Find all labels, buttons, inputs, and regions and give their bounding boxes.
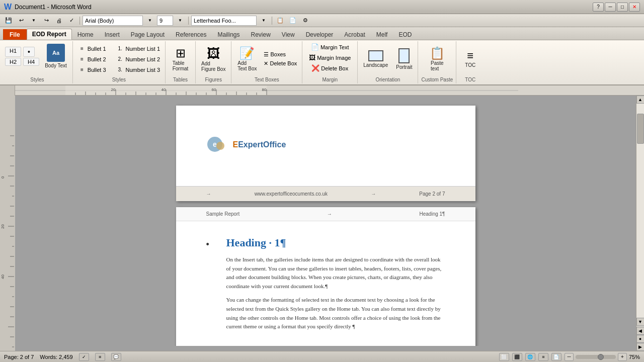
table-format-btn[interactable]: ⊞ TableFormat: [170, 46, 191, 73]
tab-mailings[interactable]: Mailings: [212, 29, 245, 40]
zoom-level: 75%: [629, 354, 640, 360]
extra-btn-2[interactable]: 📄: [287, 16, 298, 26]
paragraph-1[interactable]: On the Insert tab, the galleries include…: [226, 255, 445, 291]
ruler-corner: [0, 85, 15, 96]
page-2-content[interactable]: • Heading · 1¶ On the Insert tab, the ga…: [176, 221, 475, 346]
ruler: 20 40 60 80: [0, 85, 644, 96]
document-page-1[interactable]: e EExpertOffice → www.expertofficeoc: [176, 106, 475, 201]
tab-review[interactable]: Review: [246, 29, 276, 40]
document-scroll[interactable]: e EExpertOffice → www.expertofficeoc: [15, 101, 636, 346]
tab-references[interactable]: References: [170, 29, 212, 40]
bullet-3-btn[interactable]: ≡ Bullet 3: [76, 65, 108, 75]
close-btn[interactable]: ✕: [629, 3, 640, 12]
margin-image-btn[interactable]: 🖼 Margin Image: [307, 53, 353, 62]
zoom-out-btn[interactable]: ─: [565, 353, 574, 361]
h4-style-btn[interactable]: H4: [23, 58, 39, 66]
h1-style-btn[interactable]: H1: [5, 47, 21, 57]
footer-arrow-mid: →: [371, 191, 376, 197]
help-btn[interactable]: ?: [593, 3, 604, 12]
spelling-btn[interactable]: ✓: [66, 16, 77, 26]
boxes-btn[interactable]: ☰ Boxes: [262, 50, 299, 59]
number-list-3-btn[interactable]: 3. Number List 3: [114, 65, 162, 75]
page-2-heading: Heading · 1¶: [226, 236, 445, 249]
bullet-2-btn[interactable]: ≡ Bullet 2: [76, 54, 108, 64]
portrait-btn[interactable]: Portrait: [393, 47, 415, 71]
doc-btn[interactable]: ●: [636, 335, 645, 343]
restore-btn[interactable]: □: [617, 3, 628, 12]
scroll-thumb[interactable]: [637, 114, 644, 144]
tab-view[interactable]: View: [276, 29, 300, 40]
h2-style-btn[interactable]: H2: [5, 58, 21, 66]
tab-acrobat[interactable]: Acrobat: [339, 29, 370, 40]
tab-eod[interactable]: EOD: [393, 29, 417, 40]
svg-text:40: 40: [162, 87, 166, 92]
scroll-track[interactable]: [636, 104, 645, 318]
margin-delete-box-btn[interactable]: ❌ Delete Box: [309, 63, 350, 73]
undo-dropdown-btn[interactable]: ▼: [28, 16, 39, 26]
print-layout-btn[interactable]: ⬜: [499, 353, 509, 361]
print-btn[interactable]: 🖨: [53, 16, 64, 26]
tab-home[interactable]: Home: [72, 29, 99, 40]
paragraph-2[interactable]: You can change the formatting of selecte…: [226, 296, 445, 331]
font-name-box[interactable]: Arial (Body): [83, 16, 143, 26]
text-boxes-section: 📝 AddText Box ☰ Boxes ✕ Delete Box Text …: [231, 41, 302, 83]
web-layout-btn[interactable]: 🌐: [525, 353, 535, 361]
undo-btn[interactable]: ↩: [16, 16, 27, 26]
scroll-down-btn[interactable]: ▼: [636, 318, 645, 326]
zoom-in-btn[interactable]: +: [618, 353, 627, 361]
toc-section-label: TOC: [459, 76, 481, 82]
full-screen-btn[interactable]: ⬛: [512, 353, 522, 361]
orientation-section-label: Orientation: [361, 76, 415, 82]
comments-btn[interactable]: 💬: [111, 353, 121, 361]
prev-page-btn[interactable]: ◀: [636, 327, 645, 335]
scroll-up-btn[interactable]: ▲: [636, 96, 645, 104]
landscape-btn[interactable]: Landscape: [361, 49, 390, 69]
font-size-box[interactable]: 9: [157, 16, 173, 26]
add-text-box-btn[interactable]: 📝 AddText Box: [234, 46, 260, 73]
template-box[interactable]: Letterhead Foo...: [191, 16, 257, 26]
next-page-btn[interactable]: ▶: [636, 343, 645, 351]
document-area[interactable]: e EExpertOffice → www.expertofficeoc: [15, 96, 636, 351]
template-dropdown[interactable]: ▼: [258, 16, 269, 26]
tables-section: ⊞ TableFormat Tables: [166, 41, 196, 83]
h3-style-btn[interactable]: •: [23, 47, 35, 57]
spell-check-btn[interactable]: ✓: [79, 353, 89, 361]
page-info: Page: 2 of 7: [4, 354, 34, 360]
zoom-thumb[interactable]: [598, 354, 604, 360]
font-size-dropdown[interactable]: ▼: [175, 16, 186, 26]
paste-text-btn[interactable]: 📋 Pastetext: [427, 46, 447, 73]
tab-file[interactable]: File: [3, 29, 27, 40]
tab-insert[interactable]: Insert: [99, 29, 125, 40]
font-name-dropdown[interactable]: ▼: [144, 16, 155, 26]
svg-rect-26: [0, 96, 15, 351]
status-bar: Page: 2 of 7 Words: 2,459 ✓ ≡ 💬 ⬜ ⬛ 🌐 ≡ …: [0, 351, 644, 362]
tab-melf[interactable]: Melf: [371, 29, 393, 40]
number-list-1-btn[interactable]: 1. Number List 1: [114, 44, 162, 54]
tab-page-layout[interactable]: Page Layout: [125, 29, 170, 40]
toc-btn[interactable]: ≡ TOC: [462, 49, 478, 69]
redo-btn[interactable]: ↪: [41, 16, 52, 26]
save-btn[interactable]: 💾: [3, 16, 14, 26]
add-figure-box-btn[interactable]: 🖼 AddFigure Box: [199, 45, 228, 73]
status-left: Page: 2 of 7 Words: 2,459 ✓ ≡ 💬: [4, 353, 121, 361]
margin-text-btn[interactable]: 📄 Margin Text: [309, 42, 351, 52]
delete-box-btn[interactable]: ✕ Delete Box: [262, 59, 299, 68]
svg-text:20: 20: [111, 87, 116, 92]
tab-developer[interactable]: Developer: [300, 29, 339, 40]
title-bar-controls[interactable]: ? ─ □ ✕: [593, 3, 640, 12]
extra-btn-3[interactable]: ⚙: [300, 16, 311, 26]
body-text-btn[interactable]: Aa Body Text: [42, 42, 69, 70]
minimize-btn[interactable]: ─: [605, 3, 616, 12]
zoom-slider[interactable]: [576, 355, 616, 359]
bullet-1-btn[interactable]: ≡ Bullet 1: [76, 44, 108, 54]
number-list-2-btn[interactable]: 2. Number List 2: [114, 54, 162, 64]
extra-btn-1[interactable]: 📋: [275, 16, 286, 26]
draft-btn[interactable]: 📄: [551, 353, 561, 361]
tab-eod-report[interactable]: EOD Report: [27, 29, 72, 40]
layout-btn[interactable]: ≡: [95, 353, 105, 361]
page-1-footer-bar: → www.expertofficeocuments.co.uk → Page …: [176, 186, 475, 201]
scrollbar-right[interactable]: ▲ ▼ ◀ ● ▶: [636, 96, 644, 351]
footer-url: www.expertofficeocuments.co.uk: [255, 191, 328, 197]
document-page-2[interactable]: Sample Report → Heading 1¶ • Heading · 1…: [176, 207, 475, 346]
outline-btn[interactable]: ≡: [538, 353, 548, 361]
